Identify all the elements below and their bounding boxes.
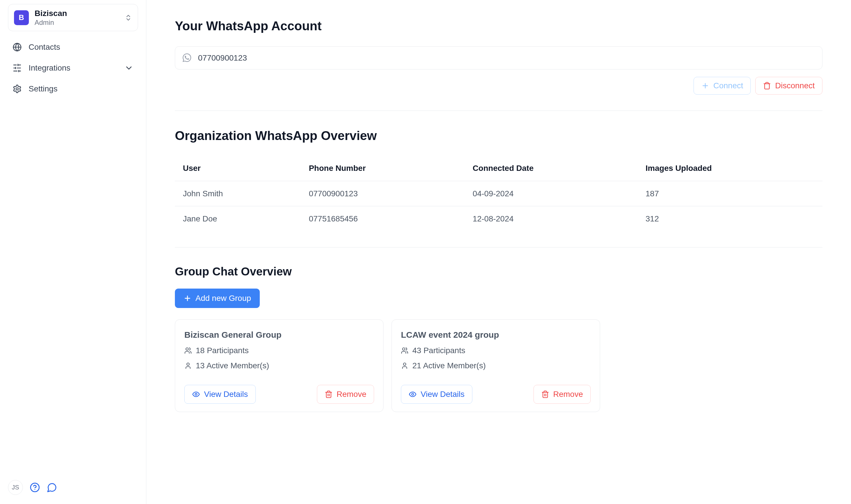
users-icon	[184, 347, 192, 354]
col-images: Images Uploaded	[637, 156, 822, 181]
help-icon[interactable]	[30, 482, 40, 492]
sidebar-item-label: Settings	[29, 83, 57, 94]
svg-point-14	[195, 393, 197, 395]
cell-phone: 07700900123	[301, 181, 465, 206]
group-card: Biziscan General Group 18 Participants 1…	[175, 320, 383, 412]
main-content: Your WhatsApp Account 07700900123 Connec…	[146, 0, 851, 504]
svg-point-10	[16, 88, 18, 90]
whatsapp-phone-field: 07700900123	[175, 46, 822, 69]
cell-user: John Smith	[175, 181, 301, 206]
trash-icon	[541, 390, 549, 398]
sidebar: B Biziscan Admin Contacts	[0, 0, 146, 504]
cell-images: 187	[637, 181, 822, 206]
add-group-button[interactable]: Add new Group	[175, 289, 260, 308]
svg-point-13	[187, 363, 189, 365]
remove-group-button[interactable]: Remove	[317, 385, 374, 404]
group-active: 13 Active Member(s)	[184, 360, 374, 371]
chevrons-up-down-icon	[125, 14, 132, 21]
group-name: LCAW event 2024 group	[401, 329, 591, 341]
org-role: Admin	[35, 18, 67, 27]
page-title: Your WhatsApp Account	[175, 17, 822, 35]
svg-point-12	[186, 348, 188, 350]
col-user: User	[175, 156, 301, 181]
trash-icon	[763, 82, 771, 90]
svg-point-17	[402, 348, 405, 350]
group-card: LCAW event 2024 group 43 Participants 21…	[392, 320, 600, 412]
sidebar-item-label: Integrations	[29, 62, 70, 73]
add-group-label: Add new Group	[196, 294, 251, 303]
group-participants: 18 Participants	[184, 345, 374, 356]
eye-icon	[192, 390, 200, 398]
table-row: Jane Doe 07751685456 12-08-2024 312	[175, 206, 822, 231]
col-connected: Connected Date	[465, 156, 637, 181]
users-icon	[401, 347, 409, 354]
table-row: John Smith 07700900123 04-09-2024 187	[175, 181, 822, 206]
divider	[175, 247, 822, 248]
org-overview-title: Organization WhatsApp Overview	[175, 127, 822, 145]
cell-user: Jane Doe	[175, 206, 301, 231]
cell-connected: 12-08-2024	[465, 206, 637, 231]
sidebar-item-contacts[interactable]: Contacts	[8, 37, 138, 57]
org-switcher[interactable]: B Biziscan Admin	[8, 4, 138, 31]
org-badge: B	[14, 10, 29, 25]
whatsapp-icon	[183, 53, 191, 62]
disconnect-button[interactable]: Disconnect	[755, 77, 822, 94]
connect-button[interactable]: Connect	[693, 77, 751, 94]
sliders-icon	[13, 64, 22, 73]
svg-point-18	[403, 363, 406, 365]
group-name: Biziscan General Group	[184, 329, 374, 341]
group-overview-title: Group Chat Overview	[175, 264, 822, 280]
connect-button-label: Connect	[713, 81, 743, 90]
disconnect-button-label: Disconnect	[775, 81, 815, 90]
group-active: 21 Active Member(s)	[401, 360, 591, 371]
sidebar-item-label: Contacts	[29, 41, 60, 53]
avatar[interactable]: JS	[8, 480, 23, 495]
remove-group-button[interactable]: Remove	[533, 385, 591, 404]
group-participants: 43 Participants	[401, 345, 591, 356]
eye-icon	[409, 390, 417, 398]
sidebar-footer: JS	[0, 473, 146, 504]
chevron-down-icon	[124, 64, 133, 73]
org-overview-table: User Phone Number Connected Date Images …	[175, 156, 822, 231]
gear-icon	[13, 84, 22, 93]
trash-icon	[325, 390, 333, 398]
sidebar-item-integrations[interactable]: Integrations	[8, 58, 138, 78]
view-details-button[interactable]: View Details	[184, 385, 256, 404]
org-name: Biziscan	[35, 8, 67, 18]
chat-icon[interactable]	[47, 482, 57, 492]
user-icon	[401, 362, 409, 370]
cell-images: 312	[637, 206, 822, 231]
view-details-button[interactable]: View Details	[401, 385, 472, 404]
sidebar-item-settings[interactable]: Settings	[8, 78, 138, 99]
whatsapp-phone-number: 07700900123	[198, 52, 247, 64]
sidebar-nav: Contacts Integrations Settings	[8, 37, 138, 99]
col-phone: Phone Number	[301, 156, 465, 181]
cell-phone: 07751685456	[301, 206, 465, 231]
plus-icon	[701, 82, 709, 90]
user-icon	[184, 362, 192, 370]
cell-connected: 04-09-2024	[465, 181, 637, 206]
plus-icon	[183, 294, 192, 302]
svg-point-19	[412, 393, 414, 395]
globe-icon	[13, 42, 22, 52]
